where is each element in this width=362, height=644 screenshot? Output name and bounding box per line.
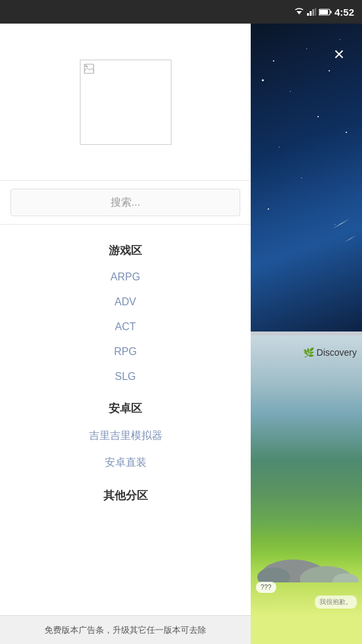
svg-marker-0 [297,11,302,14]
svg-rect-2 [310,11,312,16]
status-time: 4:52 [335,7,354,18]
close-icon: × [334,45,344,64]
svg-rect-1 [307,13,309,16]
menu-item-rpg[interactable]: RPG [0,339,251,364]
menu-item-android-direct[interactable]: 安卓直装 [0,449,251,476]
menu-item-label-arpg: ARPG [111,271,140,283]
chat-bubble-question: ??? [256,582,276,593]
section-title-other: 其他分区 [0,476,251,510]
svg-rect-4 [315,8,316,16]
search-bar-wrap: 搜索... [0,181,251,225]
right-panel: × 🌿 Discovery ??? [251,24,362,644]
section-title-game: 游戏区 [0,231,251,265]
menu-item-label-slg: SLG [115,371,136,383]
svg-rect-3 [312,9,314,16]
ad-image-area [0,24,251,181]
main-layout: 搜索... 游戏区 ARPG ADV ACT RPG [0,24,362,644]
menu-item-label-adv: ADV [115,296,136,308]
left-panel: 搜索... 游戏区 ARPG ADV ACT RPG [0,24,251,644]
menu-content: 游戏区 ARPG ADV ACT RPG SLG 安卓区 [0,225,251,644]
menu-item-label-jiliji: 吉里吉里模拟器 [89,429,162,443]
search-bar[interactable]: 搜索... [10,189,240,216]
signal-icon [307,8,316,16]
bottom-ad-text: 免费版本广告条，升级其它任一版本可去除 [45,624,206,636]
menu-item-slg[interactable]: SLG [0,364,251,389]
discovery-label-area: 🌿 Discovery [251,347,362,358]
menu-item-label-act: ACT [115,321,136,333]
svg-rect-7 [330,10,331,13]
status-icons: 4:52 [294,7,354,18]
chat-bubble-answer: 我很抱歉。 [315,596,357,609]
svg-rect-6 [319,10,328,14]
menu-item-adv[interactable]: ADV [0,290,251,314]
section-game-zone: 游戏区 ARPG ADV ACT RPG SLG [0,231,251,389]
stars-decoration [251,24,362,331]
right-top-bg: × [251,24,362,331]
section-other-zone: 其他分区 [0,476,251,510]
close-button[interactable]: × [327,42,352,67]
bottom-ad-bar: 免费版本广告条，升级其它任一版本可去除 [0,615,251,644]
leaf-icon: 🌿 [303,347,314,358]
broken-image-icon [83,63,95,75]
section-title-android: 安卓区 [0,389,251,423]
menu-item-label-rpg: RPG [114,346,137,358]
right-bottom-bg: 🌿 Discovery ??? 我很抱歉。 [251,335,362,644]
battery-icon [319,9,332,16]
chat-bubble-area: ??? 我很抱歉。 [251,582,362,609]
menu-item-act[interactable]: ACT [0,314,251,339]
menu-item-jiliji[interactable]: 吉里吉里模拟器 [0,423,251,449]
menu-item-arpg[interactable]: ARPG [0,265,251,290]
section-android-zone: 安卓区 吉里吉里模拟器 安卓直装 [0,389,251,476]
svg-point-10 [85,65,87,67]
wifi-icon [294,8,304,16]
menu-item-label-android-direct: 安卓直装 [105,456,147,470]
rocks-decoration [251,530,362,582]
discovery-text: Discovery [317,347,357,358]
status-bar: 4:52 [0,0,362,24]
search-placeholder: 搜索... [111,196,140,210]
ad-image-box [80,60,172,145]
